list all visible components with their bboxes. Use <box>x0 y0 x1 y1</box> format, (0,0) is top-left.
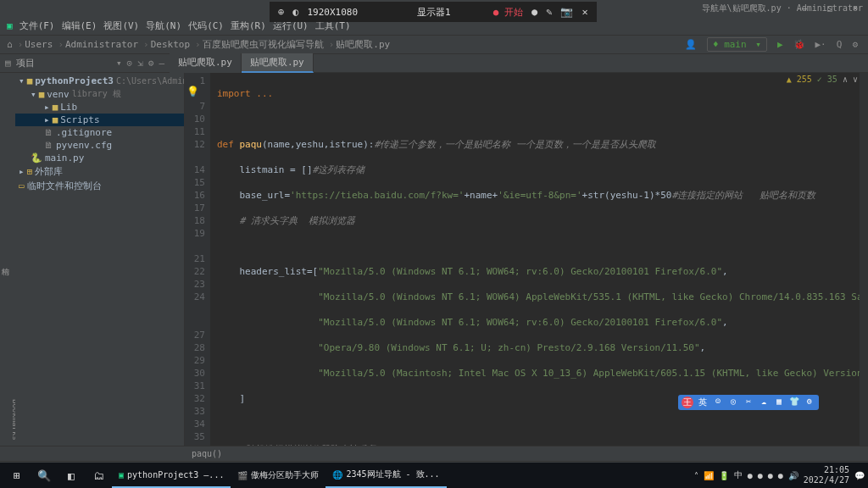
taskbar-clock[interactable]: 21:052022/4/27 <box>804 465 849 485</box>
project-tree[interactable]: ▾ ■ pythonProject3 C:\Users\Administrato… <box>15 73 185 446</box>
menu-navigate[interactable]: 导航(N) <box>144 19 183 32</box>
more-run-icon[interactable]: ▶· <box>815 39 826 50</box>
tool-lang[interactable]: 英 <box>697 396 709 408</box>
crumb-item[interactable]: Administrator <box>65 39 138 50</box>
tree-root[interactable]: ▾ ■ pythonProject3 C:\Users\Administrato… <box>15 75 184 87</box>
screen-recorder-overlay[interactable]: ⊕ ◐ 1920X1080 显示器1 ● 开始 ● ✎ 📷 ✕ <box>270 2 597 22</box>
menu-edit[interactable]: 编辑(E) <box>60 19 99 32</box>
debug-button[interactable]: 🐞 <box>793 39 805 50</box>
git-branch[interactable]: ♦ main ▾ <box>707 37 767 52</box>
avatar-icon[interactable]: 王 <box>682 396 693 408</box>
tab-file-0[interactable]: 贴吧爬取.py <box>170 53 242 73</box>
tree-lib[interactable]: ▸ ■ Lib <box>15 101 184 114</box>
explorer-icon[interactable]: 🗂 <box>85 463 112 488</box>
tool-gear-icon[interactable]: ⚙ <box>804 396 815 408</box>
code-editor[interactable]: 💡 ▲ 255 ✓ 35 ∧ ∨ 17101112141516171819212… <box>185 73 868 446</box>
home-icon[interactable]: ⌂ <box>7 39 13 50</box>
tray-notification-icon[interactable]: 💬 <box>854 471 865 480</box>
tray-icon[interactable]: ● <box>778 471 783 480</box>
tree-scripts[interactable]: ▸ ■ Scripts <box>15 114 184 126</box>
crumb-item[interactable]: 贴吧爬取.py <box>336 38 390 51</box>
camera-icon[interactable]: 📷 <box>560 6 573 18</box>
record-button[interactable]: ● 开始 <box>493 6 523 19</box>
resolution-label: 1920X1080 <box>307 7 358 18</box>
project-tool-header[interactable]: ▤ 项目 ▾ ⊙ ⇲ ⚙ — <box>0 57 170 69</box>
settings-icon[interactable]: ⚙ <box>148 58 154 69</box>
expand-icon[interactable]: ⇲ <box>137 58 143 69</box>
tree-gitignore[interactable]: 🗎 .gitignore <box>15 126 184 139</box>
tool-smile-icon[interactable]: ☺ <box>712 396 724 408</box>
tray-volume-icon[interactable]: 🔊 <box>788 471 798 480</box>
menu-view[interactable]: 视图(V) <box>102 19 141 32</box>
hide-icon[interactable]: — <box>159 58 164 69</box>
tray-icon[interactable]: ● <box>768 471 773 480</box>
window-close[interactable]: × <box>843 0 868 17</box>
editor-breadcrumb[interactable]: paqu() <box>0 446 868 461</box>
crosshair-icon[interactable]: ⊕ <box>278 6 284 18</box>
tray-icon[interactable]: ● <box>758 471 763 480</box>
warning-count[interactable]: ▲ 255 <box>787 75 812 84</box>
menu-code[interactable]: 代码(C) <box>186 19 225 32</box>
gear-icon[interactable]: ⚙ <box>852 39 858 50</box>
tab-file-1[interactable]: 贴吧爬取.py <box>242 53 314 73</box>
tool-grid-icon[interactable]: ▦ <box>773 396 785 408</box>
menu-file[interactable]: 文件(F) <box>18 19 57 32</box>
pencil-icon[interactable]: ✎ <box>546 6 552 18</box>
window-maximize[interactable]: □ <box>817 0 843 17</box>
select-target-icon[interactable]: ⊙ <box>127 58 133 69</box>
search-icon[interactable]: Q <box>837 39 843 50</box>
tray-chevron-up-icon[interactable]: ˄ <box>694 471 698 480</box>
taskbar-app-browser[interactable]: 🌐2345网址导航 - 致... <box>326 463 446 488</box>
menu-refactor[interactable]: 重构(R) <box>229 19 268 32</box>
editor-tabs: 贴吧爬取.py 贴吧爬取.py <box>170 53 314 73</box>
close-overlay-icon[interactable]: ✕ <box>581 6 587 18</box>
tree-mainpy[interactable]: 🐍 main.py <box>15 152 184 164</box>
intention-bulb-icon[interactable]: 💡 <box>186 86 199 97</box>
crumb-item[interactable]: 百度贴吧爬虫可视化编写导航 <box>203 38 324 51</box>
taskbar-app-pycharm[interactable]: ▣pythonProject3 –... <box>112 463 231 488</box>
tree-external[interactable]: ▸ ⊞ 外部库 <box>15 164 184 179</box>
tray-lang[interactable]: 中 <box>734 469 743 481</box>
tree-pyvenv[interactable]: 🗎 pyvenv.cfg <box>15 139 184 152</box>
run-button[interactable]: ▶ <box>777 39 783 50</box>
collapse-icon[interactable]: ▾ <box>116 58 122 69</box>
moon-icon[interactable]: ◐ <box>292 6 298 18</box>
left-tool-strip[interactable]: 结构 Bookmarks <box>0 73 15 446</box>
floating-toolbar[interactable]: 王 英 ☺ ◎ ✂ ☁ ▦ 👕 ⚙ <box>678 395 819 410</box>
tray-battery-icon[interactable]: 🔋 <box>719 471 729 480</box>
taskbar-app-recorder[interactable]: 🎬傲梅分区助手大师 <box>231 463 326 488</box>
window-minimize[interactable]: — <box>792 0 817 17</box>
search-icon[interactable]: 🔍 <box>31 463 58 488</box>
folder-icon: ▤ <box>5 58 11 69</box>
windows-taskbar[interactable]: ⊞ 🔍 ◧ 🗂 ▣pythonProject3 –... 🎬傲梅分区助手大师 🌐… <box>0 463 868 488</box>
tool-scan-icon[interactable]: ◎ <box>727 396 739 408</box>
add-config-icon[interactable]: 👤 <box>685 39 697 50</box>
tree-venv[interactable]: ▾ ■ venv library 根 <box>15 87 184 101</box>
tray-wifi-icon[interactable]: 📶 <box>704 471 714 480</box>
crumb-item[interactable]: Users <box>25 39 53 50</box>
app-icon: ▣ <box>5 20 14 31</box>
tool-cut-icon[interactable]: ✂ <box>743 396 754 408</box>
system-tray[interactable]: ˄ 📶 🔋 中 ● ● ● ● 🔊 21:052022/4/27 💬 <box>694 465 865 485</box>
breadcrumb-fn[interactable]: paqu() <box>192 449 222 458</box>
tab-bar: ▤ 项目 ▾ ⊙ ⇲ ⚙ — 贴吧爬取.py 贴吧爬取.py <box>0 54 868 73</box>
tool-cloud-icon[interactable]: ☁ <box>758 396 770 408</box>
line-gutter[interactable]: 1710111214151617181921222324272829303132… <box>185 73 210 446</box>
inspection-widget[interactable]: ▲ 255 ✓ 35 ∧ ∨ <box>787 75 858 84</box>
start-button[interactable]: ⊞ <box>3 463 31 488</box>
crumb-item[interactable]: Desktop <box>151 39 190 50</box>
tree-scratch[interactable]: ▭ 临时文件和控制台 <box>15 179 184 193</box>
tray-icon[interactable]: ● <box>748 471 753 480</box>
tool-person-icon[interactable]: 👕 <box>788 396 800 408</box>
task-view-icon[interactable]: ◧ <box>58 463 85 488</box>
display-label[interactable]: 显示器1 <box>417 6 451 19</box>
navigation-bar[interactable]: ⌂› Users› Administrator› Desktop› 百度贴吧爬虫… <box>0 36 868 54</box>
code-area[interactable]: import ... def paqu(name,yeshu,istrue):#… <box>210 73 860 446</box>
brush-icon[interactable]: ● <box>531 6 537 18</box>
minimap[interactable] <box>860 73 868 446</box>
project-label: 项目 <box>16 57 35 69</box>
ok-count[interactable]: ✓ 35 <box>817 75 837 84</box>
